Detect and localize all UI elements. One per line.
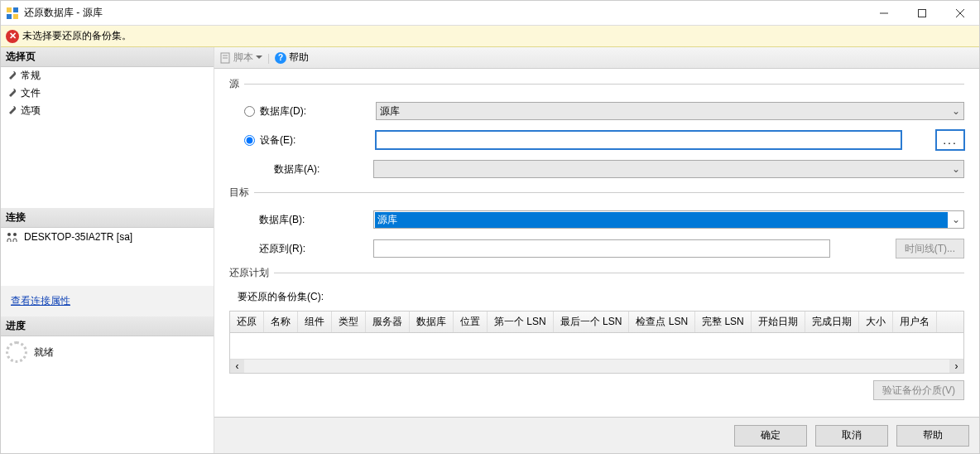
pages-header: 选择页 [1,47,214,67]
connection-info: DESKTOP-35IA2TR [sa] [1,228,214,246]
source-db-label: 数据库(D): [260,104,371,118]
script-button[interactable]: 脚本 [219,51,262,65]
source-db-a-combo[interactable]: ⌄ [373,160,964,178]
maximize-button[interactable] [903,1,941,26]
grid-column-header[interactable]: 第一个 LSN [488,312,554,332]
verify-media-button[interactable]: 验证备份介质(V) [873,380,964,400]
chevron-down-icon: ⌄ [949,214,963,225]
backup-sets-label: 要还原的备份集(C): [238,290,964,304]
wrench-icon [6,70,17,82]
grid-column-header[interactable]: 名称 [264,312,298,332]
svg-point-8 [7,233,11,236]
grid-column-header[interactable]: 完成日期 [805,312,859,332]
ok-button[interactable]: 确定 [734,425,807,447]
window-title: 还原数据库 - 源库 [24,6,865,20]
grid-header: 还原名称组件类型服务器数据库位置第一个 LSN最后一个 LSN检查点 LSN完整… [230,312,963,333]
source-device-label: 设备(E): [260,133,371,147]
grid-column-header[interactable]: 用户名 [893,312,937,332]
wrench-icon [6,105,17,117]
connection-server: DESKTOP-35IA2TR [sa] [24,231,132,243]
target-db-label: 数据库(B): [244,213,368,227]
svg-rect-3 [13,14,18,19]
svg-rect-1 [13,7,18,12]
grid-column-header[interactable]: 数据库 [410,312,454,332]
notice-text: 未选择要还原的备份集。 [22,29,132,43]
app-icon [6,7,19,20]
source-device-radio[interactable] [244,135,255,146]
page-options[interactable]: 选项 [1,102,214,119]
title-bar: 还原数据库 - 源库 [1,1,979,26]
dialog-buttons: 确定 取消 帮助 [214,417,979,453]
wrench-icon [6,88,17,99]
grid-column-header[interactable]: 类型 [332,312,366,332]
grid-column-header[interactable]: 最后一个 LSN [554,312,630,332]
notice-bar: ✕ 未选择要还原的备份集。 [1,26,979,47]
help-button[interactable]: ? 帮助 [275,51,309,65]
restore-to-input [373,239,830,258]
toolbar: 脚本 | ? 帮助 [214,47,979,69]
window-controls [865,1,979,26]
grid-column-header[interactable]: 服务器 [366,312,410,332]
view-connection-props-link[interactable]: 查看连接属性 [1,286,214,316]
help-icon: ? [275,52,286,64]
content: 源 数据库(D): 源库 ⌄ 设备(E): ... 数据库(A): [214,69,979,417]
chevron-down-icon: ⌄ [949,105,963,117]
cancel-button[interactable]: 取消 [815,425,888,447]
progress-text: 就绪 [34,345,54,360]
pages-list: 常规 文件 选项 [1,67,214,208]
svg-rect-2 [7,14,12,19]
source-db-combo[interactable]: 源库 ⌄ [376,102,964,120]
svg-rect-0 [7,7,12,12]
connection-header: 连接 [1,208,214,228]
restore-to-label: 还原到(R): [244,242,368,256]
spinner-icon [6,341,27,363]
browse-button[interactable]: ... [936,130,964,150]
scroll-left-arrow[interactable]: ‹ [230,360,244,374]
target-db-combo[interactable]: 源库 ⌄ [373,210,964,229]
grid-column-header[interactable]: 还原 [230,312,264,332]
backup-sets-grid[interactable]: 还原名称组件类型服务器数据库位置第一个 LSN最后一个 LSN检查点 LSN完整… [229,311,964,374]
svg-rect-5 [919,9,926,17]
close-button[interactable] [941,1,979,26]
main-panel: 脚本 | ? 帮助 源 数据库(D): 源库 ⌄ 设备(E): [214,47,979,453]
svg-point-9 [13,233,17,236]
source-db-a-label: 数据库(A): [244,162,368,176]
error-icon: ✕ [6,30,19,43]
progress-header: 进度 [1,316,214,336]
chevron-down-icon [256,56,262,62]
help-dialog-button[interactable]: 帮助 [896,425,969,447]
grid-column-header[interactable]: 完整 LSN [695,312,752,332]
progress-row: 就绪 [1,336,214,368]
target-group: 目标 [229,186,964,200]
source-group: 源 [229,77,964,91]
grid-column-header[interactable]: 组件 [298,312,332,332]
scroll-right-arrow[interactable]: › [949,360,963,374]
page-files[interactable]: 文件 [1,85,214,102]
grid-column-header[interactable]: 开始日期 [752,312,805,332]
minimize-button[interactable] [865,1,903,26]
sidebar: 选择页 常规 文件 选项 连接 DESKTOP-35IA2TR [sa] 查看连… [1,47,214,453]
server-icon [6,231,19,243]
page-general[interactable]: 常规 [1,67,214,85]
timeline-button[interactable]: 时间线(T)... [896,239,964,258]
plan-group: 还原计划 [229,266,964,280]
grid-column-header[interactable]: 位置 [454,312,488,332]
source-db-radio[interactable] [244,106,255,117]
horizontal-scrollbar[interactable]: ‹ › [230,359,963,373]
grid-column-header[interactable]: 检查点 LSN [629,312,695,332]
device-path-input[interactable] [376,131,901,149]
chevron-down-icon: ⌄ [949,163,963,175]
grid-column-header[interactable]: 大小 [859,312,893,332]
script-icon [219,52,231,64]
